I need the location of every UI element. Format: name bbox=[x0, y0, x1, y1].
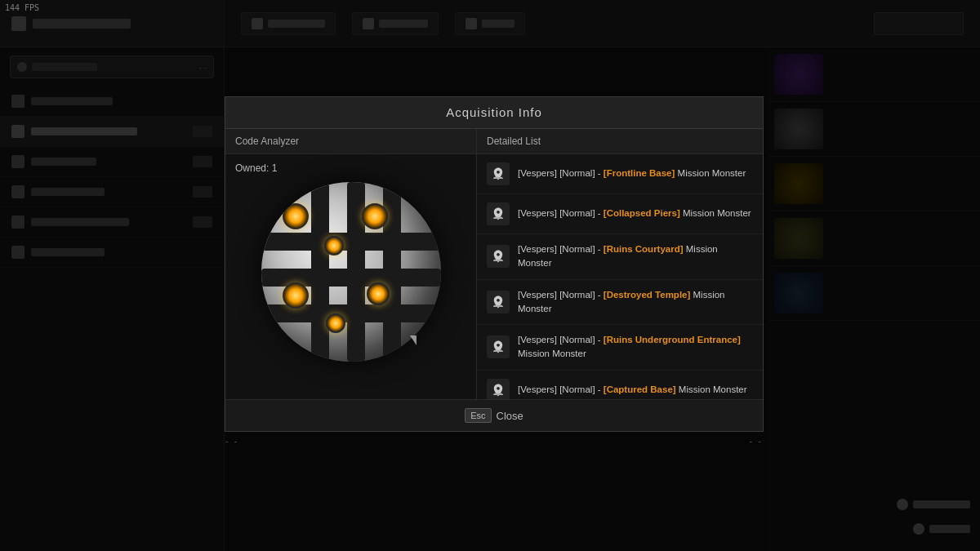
esc-badge[interactable]: Esc bbox=[465, 408, 491, 423]
modal-title-bar: Acquisition Info bbox=[225, 97, 763, 129]
location-icon bbox=[487, 291, 510, 313]
cursor-indicator bbox=[410, 335, 416, 345]
modal-body: Code Analyzer Owned: 1 bbox=[225, 129, 763, 399]
owned-label: Owned: 1 bbox=[235, 162, 466, 174]
location-icon bbox=[487, 245, 510, 268]
acquisition-info-modal: Acquisition Info Code Analyzer Owned: 1 bbox=[225, 96, 764, 432]
detail-item[interactable]: [Vespers] [Normal] - [Frontline Base] Mi… bbox=[477, 154, 763, 194]
detail-item-text: [Vespers] [Normal] - [Ruins Courtyard] M… bbox=[518, 242, 753, 271]
location-icon bbox=[487, 202, 510, 225]
left-col-header: Code Analyzer bbox=[225, 129, 476, 154]
detail-item[interactable]: [Vespers] [Normal] - [Collapsed Piers] M… bbox=[477, 194, 763, 234]
modal-left-column: Code Analyzer Owned: 1 bbox=[225, 129, 477, 399]
detail-item-text: [Vespers] [Normal] - [Captured Base] Mis… bbox=[518, 383, 747, 397]
modal-title: Acquisition Info bbox=[446, 105, 542, 119]
modal-corner-br: - - bbox=[750, 436, 763, 446]
item-sphere bbox=[261, 182, 441, 362]
detail-list[interactable]: [Vespers] [Normal] - [Frontline Base] Mi… bbox=[477, 154, 763, 399]
modal-corner-bl: - - bbox=[225, 436, 238, 446]
detail-item[interactable]: [Vespers] [Normal] - [Ruins Courtyard] M… bbox=[477, 234, 763, 280]
modal-footer: Esc Close bbox=[225, 399, 763, 431]
item-sphere-container bbox=[261, 182, 441, 362]
detail-item[interactable]: [Vespers] [Normal] - [Destroyed Temple] … bbox=[477, 280, 763, 326]
modal-right-column: Detailed List [Vespers] [Normal] - [Fron… bbox=[477, 129, 763, 399]
location-icon bbox=[487, 335, 510, 358]
detail-item-text: [Vespers] [Normal] - [Collapsed Piers] M… bbox=[518, 207, 751, 220]
detail-item-text: [Vespers] [Normal] - [Ruins Underground … bbox=[518, 333, 753, 362]
close-label[interactable]: Close bbox=[497, 410, 523, 422]
location-icon bbox=[487, 379, 510, 400]
location-icon bbox=[487, 162, 510, 185]
detail-item[interactable]: [Vespers] [Normal] - [Captured Base] Mis… bbox=[477, 371, 763, 400]
detail-item[interactable]: [Vespers] [Normal] - [Ruins Underground … bbox=[477, 325, 763, 371]
left-col-content: Owned: 1 bbox=[225, 154, 476, 399]
detail-item-text: [Vespers] [Normal] - [Frontline Base] Mi… bbox=[518, 167, 746, 180]
right-col-header: Detailed List bbox=[477, 129, 763, 154]
detail-item-text: [Vespers] [Normal] - [Destroyed Temple] … bbox=[518, 288, 753, 317]
